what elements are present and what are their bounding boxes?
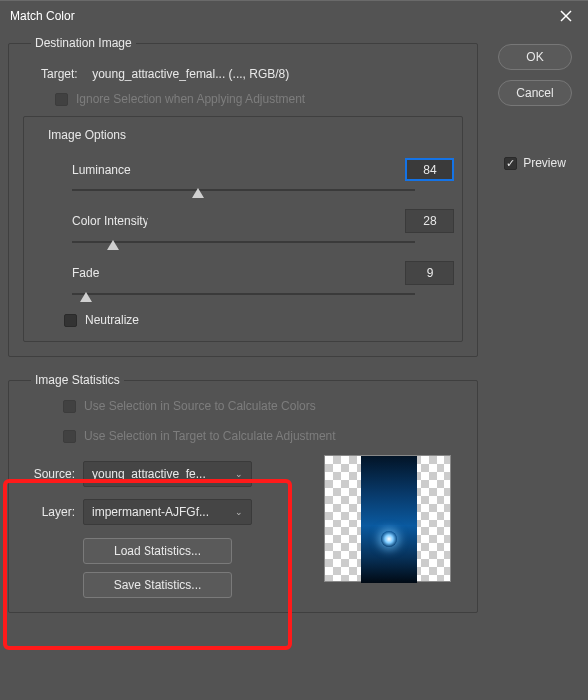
use-selection-target-checkbox: Use Selection in Target to Calculate Adj… [63,429,463,443]
source-select[interactable]: young_attractive_fe... ⌄ [83,461,252,487]
target-value: young_attractive_femal... (..., RGB/8) [92,67,289,81]
titlebar: Match Color [0,0,588,30]
chevron-down-icon: ⌄ [235,469,243,479]
preview-label: Preview [523,156,566,170]
fade-slider[interactable] [72,291,415,305]
luminance-input[interactable] [405,158,454,181]
image-statistics-group: Image Statistics Use Selection in Source… [8,373,478,613]
load-statistics-button[interactable]: Load Statistics... [83,538,232,564]
ignore-selection-checkbox: Ignore Selection when Applying Adjustmen… [55,92,463,106]
target-label: Target: [41,67,78,81]
use-selection-target-label: Use Selection in Target to Calculate Adj… [84,429,336,443]
destination-legend: Destination Image [31,36,136,50]
checkbox-icon [64,314,77,327]
fade-label: Fade [72,266,201,280]
close-icon [560,10,572,22]
chevron-down-icon: ⌄ [235,507,243,517]
neutralize-checkbox[interactable]: Neutralize [64,313,454,327]
source-preview-thumbnail [324,455,451,582]
luminance-label: Luminance [72,163,201,176]
color-intensity-label: Color Intensity [72,214,201,228]
slider-thumb-icon [80,292,92,302]
use-selection-source-label: Use Selection in Source to Calculate Col… [84,399,316,413]
checkbox-icon [55,93,68,106]
source-select-value: young_attractive_fe... [92,467,206,481]
image-options-group: Image Options Luminance Color Intensity [23,116,463,342]
checkbox-icon [504,157,517,170]
neutralize-label: Neutralize [85,313,139,327]
color-intensity-slider[interactable] [72,239,415,253]
checkbox-icon [63,430,76,443]
cancel-button[interactable]: Cancel [498,80,572,106]
layer-label: Layer: [23,505,75,519]
image-statistics-legend: Image Statistics [31,373,124,387]
use-selection-source-checkbox: Use Selection in Source to Calculate Col… [63,399,463,413]
slider-thumb-icon [192,188,204,198]
checkbox-icon [63,400,76,413]
close-button[interactable] [543,1,588,31]
layer-select-value: impermanent-AJFGf... [92,505,209,519]
dialog-title: Match Color [10,9,75,23]
destination-image-group: Destination Image Target: young_attracti… [8,36,478,357]
ok-button[interactable]: OK [498,44,572,70]
ignore-selection-label: Ignore Selection when Applying Adjustmen… [76,92,305,106]
image-options-legend: Image Options [44,128,130,142]
save-statistics-button[interactable]: Save Statistics... [83,572,232,598]
slider-thumb-icon [107,240,119,250]
layer-select[interactable]: impermanent-AJFGf... ⌄ [83,499,252,525]
luminance-slider[interactable] [72,187,415,201]
source-label: Source: [23,467,75,481]
preview-checkbox[interactable]: Preview [504,156,566,170]
fade-input[interactable] [405,261,454,285]
color-intensity-input[interactable] [405,209,454,233]
